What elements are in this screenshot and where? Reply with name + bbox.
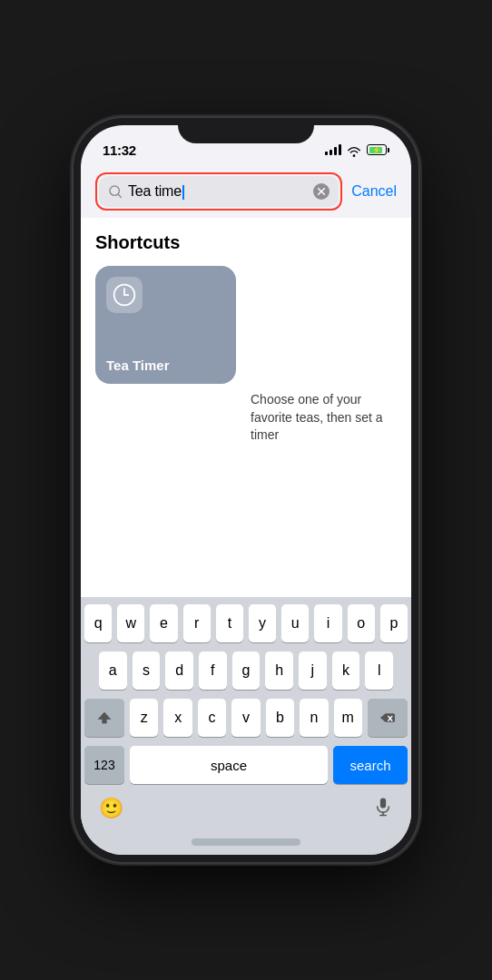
numbers-key[interactable]: 123 xyxy=(84,746,124,784)
key-o[interactable]: o xyxy=(348,604,375,642)
keyboard-bottom-row: 🙂 xyxy=(84,793,408,826)
search-key[interactable]: search xyxy=(333,746,408,784)
search-area: Tea time Cancel xyxy=(81,165,411,218)
key-v[interactable]: v xyxy=(231,699,260,737)
shortcut-description: Choose one of your favorite teas, then s… xyxy=(251,391,397,445)
battery-icon: ⚡ xyxy=(367,144,389,155)
shortcut-card-tea-timer[interactable]: Tea Timer xyxy=(95,266,236,384)
shortcuts-list: Tea Timer Choose one of your favorite te… xyxy=(95,266,397,445)
key-k[interactable]: k xyxy=(332,652,360,690)
key-u[interactable]: u xyxy=(281,604,309,642)
delete-key[interactable] xyxy=(368,699,408,737)
key-f[interactable]: f xyxy=(199,652,227,690)
shortcut-icon xyxy=(106,277,143,313)
key-j[interactable]: j xyxy=(299,652,327,690)
key-w[interactable]: w xyxy=(117,604,144,642)
keyboard-row-2: a s d f g h j k l xyxy=(84,652,408,690)
key-c[interactable]: c xyxy=(198,699,226,737)
status-icons: ⚡ xyxy=(325,144,389,155)
key-a[interactable]: a xyxy=(99,652,127,690)
status-time: 11:32 xyxy=(103,142,136,158)
key-i[interactable]: i xyxy=(314,604,341,642)
home-bar xyxy=(81,829,411,855)
search-value: Tea time xyxy=(128,183,182,199)
notch xyxy=(178,118,314,143)
key-b[interactable]: b xyxy=(266,699,294,737)
wifi-icon xyxy=(347,144,361,155)
key-e[interactable]: e xyxy=(150,604,177,642)
signal-bars-icon xyxy=(325,144,341,155)
signal-bar-2 xyxy=(330,150,332,155)
results-area: Shortcuts Tea Timer Choose one of your f… xyxy=(81,218,411,597)
keyboard-row-1: q w e r t y u i o p xyxy=(84,604,408,642)
signal-bar-3 xyxy=(334,147,337,155)
signal-bar-4 xyxy=(339,144,341,155)
svg-rect-9 xyxy=(380,799,386,808)
shortcut-name: Tea Timer xyxy=(106,358,225,373)
key-q[interactable]: q xyxy=(84,604,112,642)
phone-frame: 11:32 ⚡ xyxy=(74,118,418,862)
keyboard: q w e r t y u i o p a s d f g h j k xyxy=(81,597,411,829)
home-indicator xyxy=(192,838,300,846)
key-m[interactable]: m xyxy=(334,699,362,737)
key-t[interactable]: t xyxy=(216,604,243,642)
emoji-icon[interactable]: 🙂 xyxy=(99,797,123,820)
shortcuts-section-title: Shortcuts xyxy=(95,232,397,253)
key-x[interactable]: x xyxy=(163,699,192,737)
search-highlight-border: Tea time xyxy=(95,172,342,211)
key-h[interactable]: h xyxy=(265,652,293,690)
keyboard-row-4: 123 space search xyxy=(84,746,408,784)
microphone-icon[interactable] xyxy=(373,797,393,820)
shift-key[interactable] xyxy=(84,699,124,737)
key-s[interactable]: s xyxy=(133,652,161,690)
search-icon xyxy=(108,184,123,199)
key-g[interactable]: g xyxy=(232,652,261,690)
svg-line-1 xyxy=(118,194,121,197)
key-r[interactable]: r xyxy=(183,604,211,642)
key-p[interactable]: p xyxy=(380,604,408,642)
screen: 11:32 ⚡ xyxy=(81,125,411,855)
search-input[interactable]: Tea time xyxy=(128,183,308,200)
key-n[interactable]: n xyxy=(300,699,328,737)
keyboard-row-3: z x c v b n m xyxy=(84,699,408,737)
text-cursor xyxy=(182,185,184,200)
space-key[interactable]: space xyxy=(130,746,328,784)
key-y[interactable]: y xyxy=(249,604,276,642)
search-bar-wrapper: Tea time xyxy=(95,172,342,211)
cancel-button[interactable]: Cancel xyxy=(351,183,397,200)
signal-bar-1 xyxy=(325,152,328,155)
key-z[interactable]: z xyxy=(130,699,158,737)
search-bar[interactable]: Tea time xyxy=(99,176,339,207)
key-d[interactable]: d xyxy=(165,652,193,690)
clear-button[interactable] xyxy=(313,183,330,200)
key-l[interactable]: l xyxy=(365,652,393,690)
